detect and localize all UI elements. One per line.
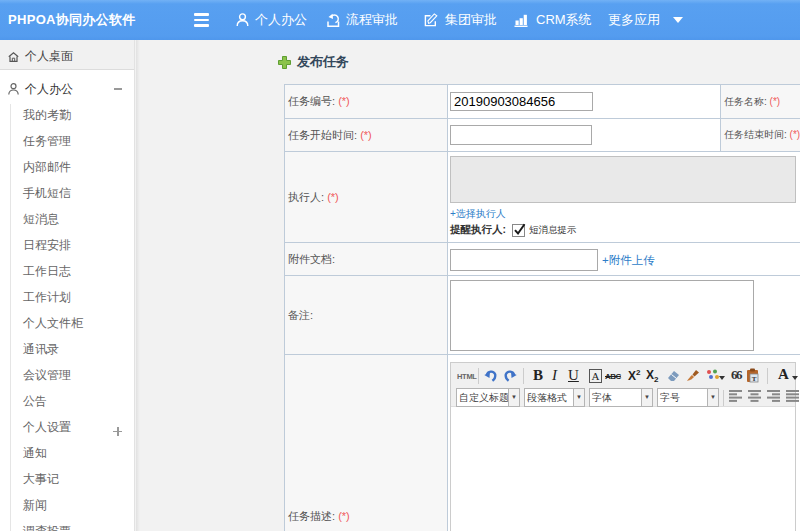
svg-text:T: T (752, 375, 757, 383)
